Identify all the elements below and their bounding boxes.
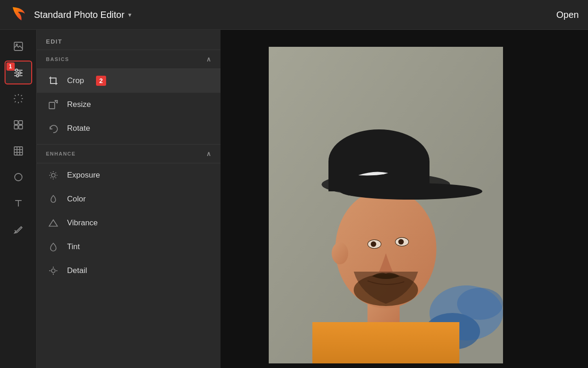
svg-rect-20 — [14, 147, 23, 155]
svg-point-50 — [457, 288, 503, 320]
topbar: Standard Photo Editor ▾ Open — [0, 0, 588, 30]
tint-icon — [48, 241, 59, 252]
rotate-label: Rotate — [67, 124, 90, 133]
icon-sidebar: 1 — [0, 30, 37, 368]
svg-rect-19 — [19, 125, 23, 129]
svg-rect-52 — [312, 322, 459, 363]
sidebar-item-adjustments[interactable]: 1 — [5, 61, 32, 84]
svg-line-38 — [56, 173, 56, 173]
svg-line-14 — [21, 95, 22, 96]
crop-icon — [48, 75, 59, 86]
svg-rect-16 — [14, 121, 18, 124]
svg-point-5 — [15, 69, 17, 72]
menu-item-color[interactable]: Color — [37, 187, 220, 211]
section-basics[interactable]: BASICS ∧ — [37, 50, 220, 69]
svg-line-15 — [15, 101, 16, 102]
svg-point-31 — [51, 173, 55, 177]
main-area: 1 — [0, 30, 588, 368]
tint-label: Tint — [67, 242, 80, 251]
sidebar-item-grid[interactable] — [5, 139, 32, 163]
title-area[interactable]: Standard Photo Editor ▾ — [34, 10, 131, 20]
resize-icon — [48, 99, 59, 110]
detail-icon — [48, 265, 59, 276]
menu-item-rotate[interactable]: Rotate — [37, 117, 220, 140]
crop-label: Crop — [67, 76, 84, 85]
section-enhance[interactable]: ENHANCE ∧ — [37, 144, 220, 163]
open-button[interactable]: Open — [556, 10, 579, 20]
menu-item-detail[interactable]: Detail — [37, 259, 220, 283]
annotation-2-badge: 2 — [96, 76, 106, 86]
svg-rect-17 — [19, 121, 23, 124]
svg-line-37 — [56, 178, 56, 178]
edit-panel: EDIT BASICS ∧ Crop 2 — [37, 30, 220, 368]
svg-line-36 — [51, 173, 51, 173]
svg-point-7 — [16, 75, 18, 77]
detail-label: Detail — [67, 266, 87, 275]
sidebar-item-gallery[interactable] — [5, 34, 32, 58]
photo-image — [269, 47, 503, 363]
sidebar-item-magic[interactable] — [5, 87, 32, 111]
resize-label: Resize — [67, 100, 91, 109]
svg-rect-18 — [14, 125, 18, 129]
menu-item-crop[interactable]: Crop 2 — [37, 69, 220, 93]
color-icon — [48, 194, 59, 205]
svg-point-6 — [18, 72, 21, 74]
exposure-label: Exposure — [67, 171, 100, 180]
basics-label: BASICS — [46, 56, 69, 62]
svg-point-1 — [16, 44, 17, 45]
svg-marker-40 — [49, 220, 57, 226]
svg-rect-29 — [49, 102, 55, 109]
enhance-label: ENHANCE — [46, 151, 76, 156]
sidebar-item-text[interactable] — [5, 191, 32, 215]
svg-rect-58 — [328, 162, 430, 191]
svg-point-64 — [398, 239, 404, 245]
svg-point-41 — [51, 269, 55, 273]
svg-rect-28 — [51, 78, 56, 84]
svg-line-39 — [51, 178, 51, 178]
canvas-area — [220, 30, 588, 368]
svg-line-13 — [21, 101, 22, 102]
basics-chevron-icon: ∧ — [206, 56, 212, 63]
enhance-chevron-icon: ∧ — [206, 150, 212, 157]
app-logo[interactable] — [9, 5, 27, 24]
color-label: Color — [67, 195, 86, 204]
svg-line-12 — [15, 95, 16, 96]
svg-point-66 — [332, 242, 348, 264]
annotation-1: 1 — [6, 62, 15, 71]
title-chevron-icon[interactable]: ▾ — [128, 11, 131, 18]
menu-item-vibrance[interactable]: Vibrance — [37, 211, 220, 235]
sidebar-item-frame[interactable] — [5, 165, 32, 189]
edit-header: EDIT — [37, 30, 220, 50]
vibrance-label: Vibrance — [67, 218, 98, 228]
exposure-icon — [48, 170, 59, 181]
photo-container — [269, 47, 503, 365]
sidebar-item-layouts[interactable] — [5, 113, 32, 137]
svg-point-63 — [371, 241, 376, 247]
menu-item-resize[interactable]: Resize — [37, 93, 220, 117]
sidebar-item-brush[interactable] — [5, 217, 32, 241]
menu-item-tint[interactable]: Tint — [37, 235, 220, 259]
vibrance-icon — [48, 217, 59, 229]
svg-rect-25 — [15, 173, 22, 181]
menu-item-exposure[interactable]: Exposure — [37, 163, 220, 187]
app-title: Standard Photo Editor — [34, 10, 124, 20]
rotate-icon — [48, 123, 59, 134]
